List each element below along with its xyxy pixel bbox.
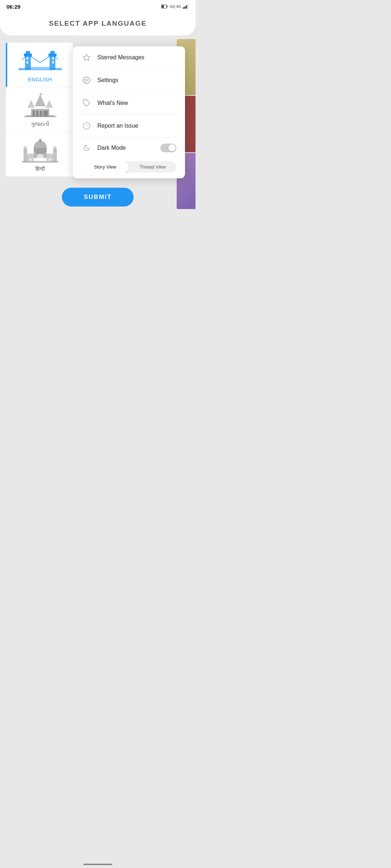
star-icon bbox=[81, 52, 92, 63]
svg-marker-34 bbox=[46, 100, 53, 108]
language-card-english[interactable]: ENGLISH bbox=[6, 43, 73, 87]
dropdown-menu: Starred Messages Settings bbox=[73, 46, 185, 178]
settings-label: Settings bbox=[97, 77, 118, 84]
main-content: ENGLISH bbox=[0, 35, 196, 326]
submit-button[interactable]: SUBMIT bbox=[62, 188, 133, 207]
svg-rect-4 bbox=[184, 7, 185, 9]
view-toggle: Story View Thread View bbox=[81, 161, 176, 173]
report-issue-label: Report an Issue bbox=[97, 123, 138, 129]
bottom-spacer bbox=[6, 217, 190, 326]
menu-item-starred-messages[interactable]: Starred Messages bbox=[73, 46, 185, 69]
temple-icon bbox=[20, 93, 60, 118]
dark-mode-label: Dark Mode bbox=[97, 145, 160, 151]
svg-rect-51 bbox=[22, 161, 58, 163]
signal-icon bbox=[182, 4, 189, 9]
svg-rect-38 bbox=[24, 116, 56, 117]
language-card-gujarati[interactable]: ગુજરાતી bbox=[6, 87, 73, 132]
battery-icon bbox=[161, 4, 168, 9]
language-grid: ENGLISH bbox=[6, 43, 73, 177]
language-card-hindi[interactable]: हिन्दी bbox=[6, 132, 73, 177]
svg-rect-6 bbox=[187, 5, 188, 9]
info-icon bbox=[81, 121, 92, 131]
svg-rect-22 bbox=[18, 68, 31, 70]
svg-rect-16 bbox=[52, 57, 54, 60]
language-label-english: ENGLISH bbox=[28, 76, 52, 82]
network-text: Vo) 4G bbox=[170, 5, 181, 9]
moon-icon bbox=[81, 143, 92, 153]
thread-view-button[interactable]: Thread View bbox=[129, 161, 176, 173]
english-illustration bbox=[18, 47, 62, 74]
svg-marker-36 bbox=[40, 93, 43, 95]
submit-area: SUBMIT bbox=[6, 188, 190, 217]
svg-rect-23 bbox=[50, 68, 62, 70]
tag-icon bbox=[81, 98, 92, 108]
dark-mode-toggle[interactable] bbox=[160, 144, 176, 152]
svg-marker-52 bbox=[83, 54, 90, 60]
dark-mode-row: Dark Mode bbox=[73, 137, 185, 158]
svg-rect-12 bbox=[26, 61, 28, 64]
story-view-button[interactable]: Story View bbox=[81, 161, 129, 173]
svg-point-42 bbox=[39, 139, 41, 142]
svg-marker-33 bbox=[28, 100, 35, 108]
hindi-illustration bbox=[18, 136, 62, 163]
svg-rect-15 bbox=[50, 51, 55, 55]
svg-rect-2 bbox=[161, 5, 164, 8]
svg-point-53 bbox=[85, 79, 88, 81]
svg-rect-1 bbox=[167, 6, 167, 8]
language-label-hindi: हिन्दी bbox=[35, 166, 45, 172]
svg-rect-11 bbox=[26, 57, 28, 60]
menu-item-whats-new[interactable]: What's New bbox=[73, 92, 185, 115]
svg-rect-3 bbox=[183, 7, 184, 9]
menu-item-settings[interactable]: Settings bbox=[73, 69, 185, 92]
language-label-gujarati: ગુજરાતી bbox=[31, 121, 49, 127]
status-icons: Vo) 4G bbox=[161, 4, 189, 9]
svg-rect-24 bbox=[31, 67, 50, 70]
header: SELECT APP LANGUAGE bbox=[0, 13, 196, 35]
svg-rect-17 bbox=[52, 61, 54, 64]
taj-mahal-icon bbox=[18, 136, 62, 163]
whats-new-label: What's New bbox=[97, 100, 128, 106]
tower-bridge-icon bbox=[18, 48, 62, 73]
starred-messages-label: Starred Messages bbox=[97, 54, 144, 61]
status-time: 06:29 bbox=[7, 4, 20, 10]
svg-rect-5 bbox=[186, 5, 187, 9]
menu-item-report-issue[interactable]: Report an Issue bbox=[73, 115, 185, 137]
svg-rect-10 bbox=[26, 51, 30, 55]
status-bar: 06:29 Vo) 4G bbox=[0, 0, 196, 13]
page-title: SELECT APP LANGUAGE bbox=[0, 20, 196, 27]
gujarati-illustration bbox=[18, 92, 62, 119]
gear-icon bbox=[81, 75, 92, 85]
